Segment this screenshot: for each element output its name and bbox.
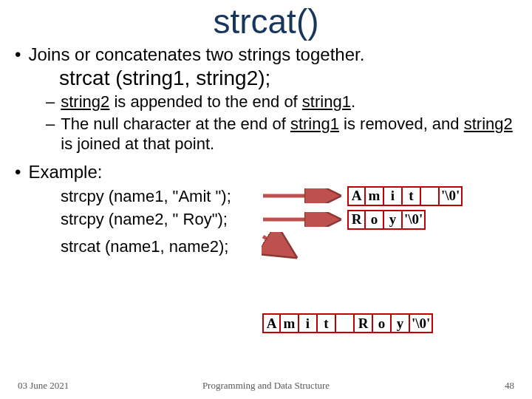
example-label: Example:	[28, 162, 102, 183]
main-bullet-text: Joins or concatenates two strings togeth…	[28, 44, 364, 65]
sub-bullet-1-text: string2 is appended to the end of string…	[61, 92, 355, 112]
memory-row-3: A m i t R o y '\0'	[262, 313, 433, 333]
mem-cell: o	[366, 210, 384, 230]
underline-term: string2	[464, 115, 513, 133]
example-bullet: • Example:	[15, 162, 517, 183]
footer-page: 48	[505, 380, 514, 392]
code-line-2: strcpy (name2, " Roy");	[61, 208, 262, 231]
svg-line-2	[263, 236, 291, 254]
dash-icon: –	[46, 92, 55, 112]
main-bullet: • Joins or concatenates two strings toge…	[15, 44, 517, 65]
arrow-icon	[262, 232, 299, 262]
bullet-dot-icon: •	[15, 162, 21, 183]
memory-row-1: A m i t '\0'	[347, 186, 463, 206]
mem-cell: o	[373, 313, 392, 333]
sub-bullet-1: – string2 is appended to the end of stri…	[46, 92, 517, 112]
mem-cell: t	[403, 186, 421, 206]
mem-cell: y	[392, 313, 410, 333]
mem-cell: m	[281, 313, 299, 333]
memory-row-2: R o y '\0'	[347, 210, 426, 230]
syntax-line: strcat (string1, string2);	[59, 66, 517, 90]
bullet-dot-icon: •	[15, 44, 21, 65]
mem-cell	[336, 313, 355, 333]
mem-cell: A	[347, 186, 366, 206]
mem-cell: t	[318, 313, 336, 333]
code-line-3: strcat (name1, name2);	[61, 236, 262, 258]
footer: 03 June 2021 Programming and Data Struct…	[0, 380, 532, 392]
example-block: strcpy (name1, "Amit "); A m i t '\0' st…	[61, 185, 517, 262]
mem-cell: m	[366, 186, 384, 206]
mem-cell: i	[299, 313, 318, 333]
mem-cell: '\0'	[403, 210, 426, 230]
underline-term: string1	[302, 92, 351, 111]
footer-date: 03 June 2021	[18, 380, 69, 392]
mem-cell: '\0'	[410, 313, 433, 333]
underline-term: string2	[61, 92, 109, 111]
arrow-icon	[262, 212, 343, 227]
mem-cell: y	[384, 210, 403, 230]
mem-cell	[421, 186, 440, 206]
mem-cell: R	[347, 210, 366, 230]
footer-course: Programming and Data Structure	[202, 380, 330, 392]
page-title: strcat()	[0, 1, 532, 41]
underline-term: string1	[290, 115, 339, 133]
mem-cell: R	[355, 313, 373, 333]
mem-cell: A	[262, 313, 281, 333]
sub-bullet-2-text: The null character at the end of string1…	[61, 114, 517, 154]
dash-icon: –	[46, 114, 55, 134]
mem-cell: '\0'	[440, 186, 463, 206]
code-line-1: strcpy (name1, "Amit ");	[61, 185, 262, 208]
mem-cell: i	[384, 186, 403, 206]
sub-bullet-2: – The null character at the end of strin…	[46, 114, 517, 154]
arrow-icon	[262, 188, 343, 203]
